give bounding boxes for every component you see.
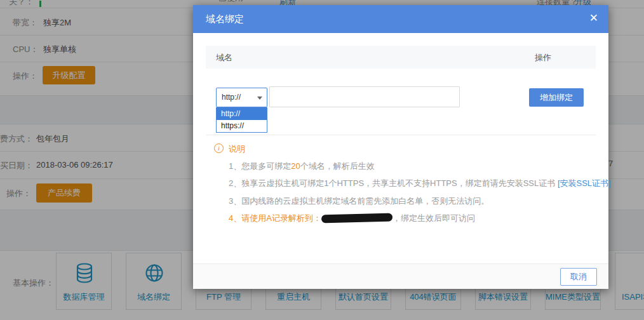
note-item-3: 3、国内线路的云虚拟主机绑定域名前需先添加白名单，否则无法访问。 — [229, 196, 489, 207]
divider — [206, 135, 596, 135]
domain-input[interactable] — [269, 86, 460, 107]
protocol-select[interactable]: http:// — [216, 88, 267, 107]
protocol-option-https[interactable]: https:// — [217, 120, 267, 132]
info-icon: i — [214, 143, 224, 153]
note-item-2: 2、独享云虚拟主机可绑定1个HTTPS，共享主机不支持HTTPS，绑定前请先安装… — [229, 178, 611, 189]
domain-table-header: 域名 操作 — [206, 46, 596, 69]
notes-heading: 说明 — [229, 143, 245, 155]
domain-binding-modal: 域名绑定 ✕ 域名 操作 http:// http:// https:// 增加… — [193, 5, 608, 289]
protocol-dropdown-list: http:// https:// — [216, 107, 267, 133]
note-item-4: 4、请使用A记录解析到：，绑定生效后即可访问 — [229, 213, 475, 224]
redacted-ip-address — [321, 213, 392, 223]
cancel-button[interactable]: 取消 — [560, 268, 597, 286]
close-icon[interactable]: ✕ — [589, 12, 598, 25]
protocol-option-http[interactable]: http:// — [217, 108, 267, 120]
add-binding-button[interactable]: 增加绑定 — [529, 88, 584, 107]
install-ssl-link[interactable]: [安装SSL证书] — [558, 178, 611, 188]
protocol-selected-value: http:// — [222, 93, 241, 102]
modal-footer: 取消 — [193, 263, 608, 289]
chevron-down-icon — [257, 97, 262, 100]
max-domain-count: 20 — [291, 161, 300, 171]
modal-header: 域名绑定 ✕ — [193, 5, 608, 33]
column-header-domain: 域名 — [216, 52, 232, 63]
column-header-action: 操作 — [535, 52, 551, 63]
note-item-1: 1、您最多可绑定20个域名，解析后生效 — [229, 161, 375, 172]
modal-title: 域名绑定 — [206, 13, 244, 25]
